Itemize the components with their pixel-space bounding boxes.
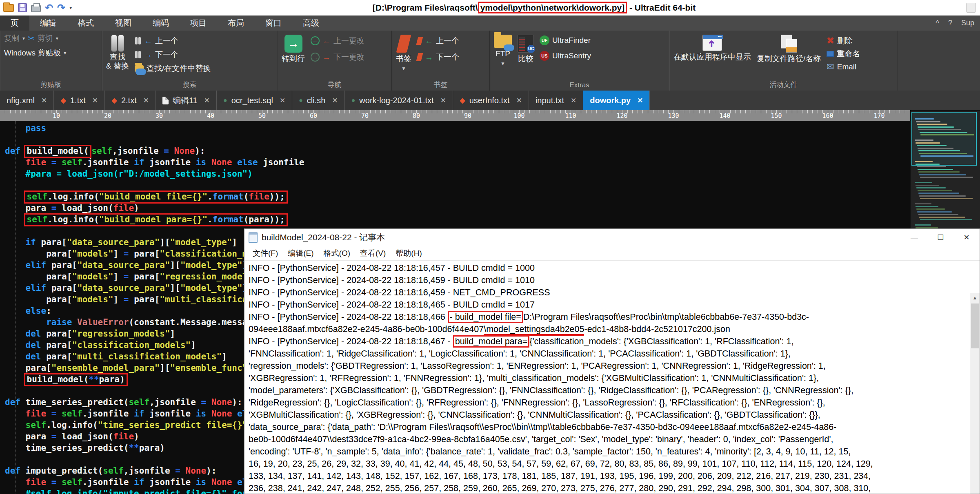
goto-line-button[interactable]: → 转到行 xyxy=(282,33,305,63)
saved-dot-icon: ● xyxy=(223,97,227,104)
notepad-menu-编辑(E)[interactable]: 编辑(E) xyxy=(283,248,318,259)
notepad-menu-查看(V)[interactable]: 查看(V) xyxy=(355,248,391,259)
ruler-number: 130 xyxy=(668,112,679,120)
ultrasentry-button[interactable]: US UltraSentry xyxy=(540,51,591,61)
bookmark-prev-button[interactable]: ← 上一个 xyxy=(417,35,459,46)
menu-item-3[interactable]: 格式 xyxy=(67,16,104,31)
file-tab-dowork.py[interactable]: dowork.py✕ xyxy=(583,91,650,110)
tab-close-icon[interactable]: ✕ xyxy=(571,96,576,105)
tab-close-icon[interactable]: ✕ xyxy=(637,96,643,105)
minimap-code-bar xyxy=(915,161,933,162)
file-tab-2.txt[interactable]: ◆2.txt✕ xyxy=(105,91,156,110)
window-restore-button[interactable] xyxy=(966,3,976,13)
tab-close-icon[interactable]: ✕ xyxy=(280,96,285,105)
notepad-menubar: 文件(F)编辑(E)格式(O)查看(V)帮助(H) xyxy=(244,246,980,261)
notepad-scrollbar[interactable]: ▲ xyxy=(970,293,980,494)
code-line-4: file = self.jsonfile if jsonfile is None… xyxy=(5,157,304,168)
log-line-5: INFO - [PythonService] - 2024-08-22 18:1… xyxy=(249,311,967,323)
notepad-close-button[interactable]: ✕ xyxy=(953,229,980,246)
tab-close-icon[interactable]: ✕ xyxy=(332,96,338,105)
notepad-minimize-button[interactable]: — xyxy=(901,229,927,246)
undo-icon[interactable]: ↶ xyxy=(45,3,53,12)
file-tab-ocr_test.sql[interactable]: ●ocr_test.sql✕ xyxy=(217,91,292,110)
find-in-files-button[interactable]: 查找/在文件中替换 xyxy=(135,63,211,74)
file-tab-work-log-2024-01.txt[interactable]: ●work-log-2024-01.txt✕ xyxy=(345,91,453,110)
file-tab-1.txt[interactable]: ◆1.txt✕ xyxy=(54,91,105,110)
rename-file-button[interactable]: 重命名 xyxy=(827,49,860,59)
ruler-number: 10 xyxy=(53,112,60,120)
copy-file-path-button[interactable]: 复制文件路径/名称 xyxy=(757,33,821,63)
notepad-menu-帮助(H)[interactable]: 帮助(H) xyxy=(391,248,427,259)
menu-item-8[interactable]: 窗口 xyxy=(255,16,292,31)
next-change-button[interactable]: → → 下一更改 xyxy=(311,52,364,62)
save-icon[interactable] xyxy=(18,3,27,12)
menu-item-1[interactable]: 页 xyxy=(0,16,29,31)
ribbon-group-navigation: → 转到行 ← ← 上一更改 → → 下一更改 导航 xyxy=(278,31,392,91)
support-link[interactable]: Sup xyxy=(961,19,974,27)
code-line-18: raise ValueError(constant.Message.messag… xyxy=(5,317,263,328)
file-tab-input.txt[interactable]: input.txt✕ xyxy=(529,91,583,110)
compare-icon xyxy=(518,35,534,53)
qat-dropdown-icon[interactable]: ▾ xyxy=(69,5,72,11)
bookmark-next-button[interactable]: → 下一个 xyxy=(417,52,459,62)
ftp-button[interactable]: FTP▼ xyxy=(494,33,512,68)
tab-close-icon[interactable]: ✕ xyxy=(92,96,98,105)
scroll-up-arrow-icon[interactable]: ▲ xyxy=(970,293,980,303)
notepad-content[interactable]: INFO - [PythonService] - 2024-08-22 18:1… xyxy=(244,261,980,494)
minimap-code-bar xyxy=(918,193,959,194)
menu-item-9[interactable]: 高级 xyxy=(292,16,330,31)
file-tab-cli.sh[interactable]: ●cli.sh✕ xyxy=(292,91,345,110)
folder-icon xyxy=(135,65,144,72)
menu-item-7[interactable]: 布局 xyxy=(217,16,255,31)
find-prev-button[interactable]: ← 上一个 xyxy=(135,35,211,46)
help-icon[interactable]: ? xyxy=(948,19,952,27)
code-annotation-box: build_model( xyxy=(24,145,92,158)
notepad-menu-格式(O)[interactable]: 格式(O) xyxy=(319,248,355,259)
find-replace-button[interactable]: 查找& 替换 xyxy=(106,33,129,71)
ultrafinder-button[interactable]: UF UltraFinder xyxy=(540,35,591,45)
notepad-scrollbar-thumb[interactable] xyxy=(971,303,979,348)
tab-label: input.txt xyxy=(536,96,564,105)
file-tab-nfig.xml[interactable]: nfig.xml✕ xyxy=(0,91,54,110)
ruler-number: 90 xyxy=(464,112,471,120)
tab-close-icon[interactable]: ✕ xyxy=(41,96,47,105)
code-line-29: time_series_predict(**para) xyxy=(5,442,165,454)
notepad-menu-文件(F)[interactable]: 文件(F) xyxy=(248,248,283,259)
menu-item-4[interactable]: 视图 xyxy=(104,16,142,31)
show-in-default-app-button[interactable]: 在默认应用程序中显示 xyxy=(673,33,751,62)
log-line-19: 236, 238, 241, 242, 247, 248, 252, 255, … xyxy=(249,482,967,494)
tab-close-icon[interactable]: ✕ xyxy=(143,96,149,105)
file-tab-编辑11[interactable]: 编辑11✕ xyxy=(156,91,217,110)
windows-clipboard-dropdown[interactable]: Windows 剪贴板 xyxy=(4,48,61,58)
circle-arrow-left-icon: ← xyxy=(311,36,320,45)
tab-close-icon[interactable]: ✕ xyxy=(440,96,446,105)
notepad-maximize-button[interactable]: ☐ xyxy=(927,229,953,246)
email-file-button[interactable]: ✉ Email xyxy=(827,62,860,72)
notepad-titlebar[interactable]: buildModel_2024-08-22 - 记事本 — ☐ ✕ xyxy=(244,229,980,246)
menu-item-5[interactable]: 编码 xyxy=(142,16,180,31)
tab-close-icon[interactable]: ✕ xyxy=(204,96,210,105)
delete-file-button[interactable]: ✖ 删除 xyxy=(827,35,860,46)
arrow-left-icon: ← xyxy=(144,36,152,46)
group-label-bookmarks: 书签 xyxy=(392,80,489,89)
previous-change-button[interactable]: ← ← 上一更改 xyxy=(311,35,364,46)
file-tab-userInfo.txt[interactable]: ◆userInfo.txt✕ xyxy=(453,91,529,110)
code-line-15: elif para["data_source_para"]["model_typ… xyxy=(5,282,253,294)
find-next-button[interactable]: → 下一个 xyxy=(135,49,211,60)
compare-button[interactable]: 比较 xyxy=(518,33,534,63)
menu-item-2[interactable]: 编辑 xyxy=(29,16,67,31)
minimap-viewport[interactable] xyxy=(911,112,977,166)
copy-button[interactable]: 复制 xyxy=(4,33,20,44)
tab-close-icon[interactable]: ✕ xyxy=(516,96,522,105)
redo-icon[interactable]: ↷ xyxy=(57,3,65,12)
print-icon[interactable] xyxy=(31,5,41,12)
open-file-icon[interactable] xyxy=(3,4,14,12)
menu-item-6[interactable]: 项目 xyxy=(180,16,217,31)
cut-button[interactable]: 剪切 xyxy=(38,33,53,44)
ruler-number: 160 xyxy=(822,112,833,120)
minimap-code-bar xyxy=(918,148,953,149)
minimap-code-bar xyxy=(918,150,960,151)
tab-label: nfig.xml xyxy=(7,96,35,105)
bookmark-button[interactable]: 书签▼ xyxy=(396,33,411,73)
minimize-ribbon-icon[interactable]: ^ xyxy=(936,19,939,27)
